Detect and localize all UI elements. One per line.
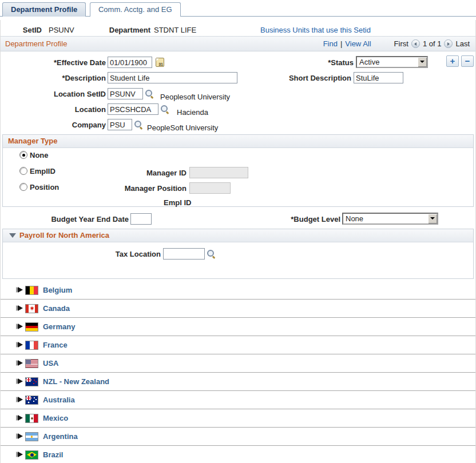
manager-type-radio-position[interactable] xyxy=(19,183,27,191)
manager-id-input xyxy=(189,167,248,178)
country-link-new-zealand[interactable]: NZL - New Zealand xyxy=(43,377,109,386)
grid-navigation: Find | View All First 1 of 1 Last xyxy=(323,37,470,51)
country-section-list: Belgium Canada Germany France USA NZL - … xyxy=(1,281,475,463)
country-link-france[interactable]: France xyxy=(43,341,68,349)
setid-value: PSUNV xyxy=(49,26,74,34)
country-link-usa[interactable]: USA xyxy=(43,359,58,368)
budget-level-label: *Budget Level xyxy=(240,215,340,223)
expand-arrow-icon[interactable] xyxy=(16,433,23,440)
germany-flag-icon xyxy=(25,322,38,332)
add-row-button[interactable]: + xyxy=(446,55,459,67)
company-label: Company xyxy=(0,121,106,129)
location-label: Location xyxy=(0,105,106,114)
status-label: *Status xyxy=(246,58,354,67)
canada-flag-icon xyxy=(25,304,38,313)
country-row-mexico: Mexico xyxy=(1,409,475,428)
delete-row-button[interactable]: − xyxy=(461,55,474,67)
belgium-flag-icon xyxy=(25,286,38,295)
country-link-brazil[interactable]: Brazil xyxy=(43,450,63,459)
description-input[interactable] xyxy=(108,72,237,83)
magnifier-icon[interactable] xyxy=(145,89,154,99)
budget-year-end-date-input[interactable] xyxy=(130,213,152,225)
expand-arrow-icon[interactable] xyxy=(16,451,23,458)
business-units-link[interactable]: Business Units that use this Setid xyxy=(260,26,371,34)
effective-date-label: *Effective Date xyxy=(0,58,106,67)
usa-flag-icon xyxy=(25,359,38,368)
tab-department-profile[interactable]: Department Profile xyxy=(2,2,86,17)
budget-level-selected-value: None xyxy=(346,214,363,223)
tab-comm-acctg-and-eg[interactable]: Comm. Acctg. and EG xyxy=(90,2,181,17)
first-label: First xyxy=(394,39,408,48)
manager-type-option-emplid-label: EmplID xyxy=(30,167,55,175)
country-row-australia: Australia xyxy=(1,391,475,409)
view-all-link[interactable]: View All xyxy=(345,39,371,48)
magnifier-icon[interactable] xyxy=(134,120,144,130)
manager-type-radio-emplid[interactable] xyxy=(19,167,27,175)
department-profile-page: Department Profile Comm. Acctg. and EG S… xyxy=(0,0,476,463)
manager-type-groupbox: Manager Type None EmplID Position Manage… xyxy=(2,134,474,207)
expand-arrow-icon[interactable] xyxy=(16,305,23,312)
payroll-north-america-groupbox: Payroll for North America Tax Location xyxy=(2,229,474,279)
last-label: Last xyxy=(455,39,470,48)
chevron-down-icon[interactable] xyxy=(428,214,437,223)
expand-arrow-icon[interactable] xyxy=(16,378,23,385)
short-description-input[interactable] xyxy=(354,72,403,83)
budget-level-dropdown[interactable]: None xyxy=(342,213,438,225)
payroll-section-title: Payroll for North America xyxy=(19,231,109,240)
expand-arrow-icon[interactable] xyxy=(16,414,23,422)
manager-position-input xyxy=(189,182,231,194)
empl-id-label: Empl ID xyxy=(164,198,191,207)
country-row-belgium: Belgium xyxy=(1,281,475,300)
magnifier-icon[interactable] xyxy=(160,105,170,114)
tax-location-input[interactable] xyxy=(163,248,205,260)
department-label: Department xyxy=(86,26,150,34)
country-link-australia[interactable]: Australia xyxy=(43,396,75,404)
country-row-usa: USA xyxy=(1,354,475,373)
country-link-argentina[interactable]: Argentina xyxy=(43,432,78,441)
manager-type-option-none-label: None xyxy=(30,151,49,159)
expand-arrow-icon[interactable] xyxy=(16,341,23,349)
payroll-section-header: Payroll for North America xyxy=(3,229,473,242)
description-label: *Description xyxy=(0,74,106,82)
country-row-france: France xyxy=(1,336,475,354)
location-input[interactable] xyxy=(108,103,158,115)
tax-location-label: Tax Location xyxy=(46,250,161,258)
expand-arrow-icon[interactable] xyxy=(16,323,23,330)
manager-type-header: Manager Type xyxy=(3,135,473,148)
budget-year-end-date-label: Budget Year End Date xyxy=(0,215,129,223)
setid-label: SetID xyxy=(0,26,42,34)
argentina-flag-icon xyxy=(25,432,38,441)
magnifier-icon[interactable] xyxy=(207,249,216,259)
find-link[interactable]: Find xyxy=(323,39,338,48)
department-profile-section-bar: Department Profile Find | View All First… xyxy=(1,36,475,51)
expand-arrow-icon[interactable] xyxy=(16,286,23,294)
country-link-belgium[interactable]: Belgium xyxy=(43,286,72,294)
company-input[interactable] xyxy=(108,119,132,130)
circle-arrow-right-icon[interactable] xyxy=(444,39,453,48)
calendar-icon[interactable] xyxy=(156,58,164,67)
company-description: PeopleSoft University xyxy=(147,123,218,132)
country-row-brazil: Brazil xyxy=(1,446,475,463)
manager-type-option-position-label: Position xyxy=(30,183,59,191)
mexico-flag-icon xyxy=(25,414,38,423)
country-row-germany: Germany xyxy=(1,318,475,336)
circle-arrow-left-icon[interactable] xyxy=(411,39,420,48)
section-title: Department Profile xyxy=(5,39,67,48)
australia-flag-icon xyxy=(25,396,38,405)
country-row-canada: Canada xyxy=(1,300,475,318)
expand-arrow-icon[interactable] xyxy=(16,360,23,367)
brazil-flag-icon xyxy=(25,450,38,460)
chevron-down-icon[interactable] xyxy=(418,57,427,67)
country-link-canada[interactable]: Canada xyxy=(43,304,70,313)
effective-date-input[interactable] xyxy=(108,57,152,68)
location-setid-label: Location SetID xyxy=(0,90,106,98)
page-indicator: 1 of 1 xyxy=(423,39,442,48)
country-link-germany[interactable]: Germany xyxy=(43,322,75,331)
country-link-mexico[interactable]: Mexico xyxy=(43,414,68,422)
tab-strip: Department Profile Comm. Acctg. and EG xyxy=(0,2,476,17)
collapse-triangle-icon[interactable] xyxy=(9,233,16,238)
status-dropdown[interactable]: Active xyxy=(356,56,428,68)
manager-type-radio-none[interactable] xyxy=(19,151,27,159)
location-setid-input[interactable] xyxy=(108,88,143,99)
expand-arrow-icon[interactable] xyxy=(16,396,23,404)
